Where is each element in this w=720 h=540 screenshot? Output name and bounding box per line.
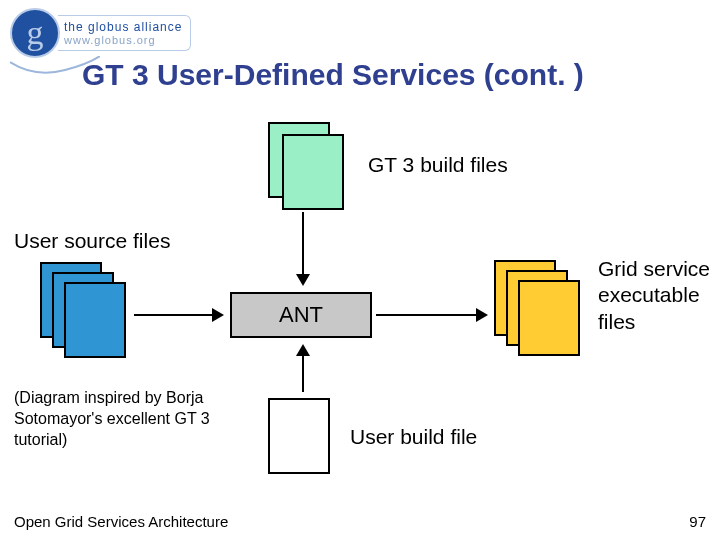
slide-title: GT 3 User-Defined Services (cont. ) [82,58,584,92]
globus-logo-line2: www.globus.org [64,34,182,46]
ant-box: ANT [230,292,372,338]
diagram-attribution: (Diagram inspired by Borja Sotomayor's e… [14,388,214,450]
footer-left: Open Grid Services Architecture [14,513,228,530]
diagram-canvas: GT 3 build files User source files ANT G… [0,100,720,500]
globus-logo-line1: the globus alliance [64,20,182,34]
globus-logo-letter: g [27,14,44,52]
gt3-build-files-stack [268,122,348,210]
user-source-files-label: User source files [14,228,170,254]
user-source-files-stack [40,262,132,358]
user-build-file-box [268,398,330,474]
globus-logo-circle: g [10,8,60,58]
globus-logo-text: the globus alliance www.globus.org [58,15,191,51]
grid-exec-files-label: Grid service executable files [598,256,720,335]
globus-logo: g the globus alliance www.globus.org [10,8,199,58]
grid-exec-files-stack [494,260,586,356]
user-build-file-label: User build file [350,424,477,450]
page-number: 97 [689,513,706,530]
gt3-build-files-label: GT 3 build files [368,152,508,178]
ant-box-label: ANT [279,304,323,326]
